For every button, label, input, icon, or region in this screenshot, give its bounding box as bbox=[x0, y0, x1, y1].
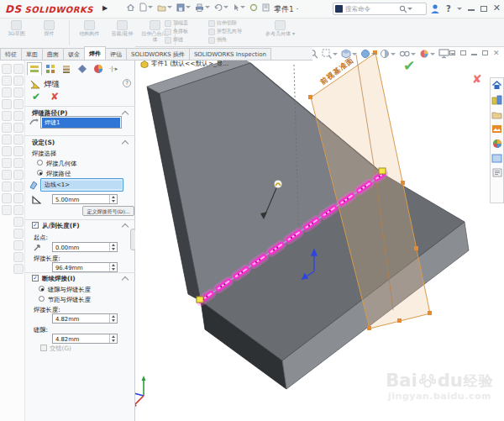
home-tab-icon[interactable] bbox=[491, 80, 502, 90]
left-toolbar-icon[interactable] bbox=[13, 76, 24, 86]
command-tab-2[interactable]: 曲面 bbox=[42, 48, 64, 60]
intermittent-weld-checkbox[interactable]: ✓ bbox=[32, 275, 39, 282]
left-toolbar-icon[interactable] bbox=[2, 146, 12, 156]
ribbon-small-button-1-1[interactable]: 角撑板 bbox=[165, 28, 188, 35]
print-icon[interactable] bbox=[195, 3, 210, 12]
left-toolbar-icon[interactable] bbox=[13, 170, 24, 180]
left-toolbar-icon[interactable] bbox=[13, 229, 24, 239]
command-tab-0[interactable]: 特征 bbox=[0, 48, 22, 60]
edge-selection-box[interactable]: 边线<1> bbox=[40, 178, 123, 192]
view-orientation-cube-icon[interactable] bbox=[341, 49, 357, 59]
panel-tabs-overflow-icon[interactable]: ·|·▸ bbox=[109, 66, 118, 72]
weld-length-value[interactable]: 96.49mm bbox=[53, 263, 109, 271]
display-style-icon[interactable] bbox=[360, 49, 376, 59]
confirm-ok-button[interactable]: ✔ bbox=[403, 57, 415, 74]
ribbon-small-button-2-0[interactable]: 拉伸切除 bbox=[208, 19, 242, 27]
pitch-length-radio-label[interactable]: 节距与焊缝长度 bbox=[48, 296, 91, 304]
command-tab-1[interactable]: 草图 bbox=[21, 48, 43, 60]
bead-size-spinner[interactable]: 5.00mm bbox=[52, 194, 118, 204]
section-view-icon[interactable] bbox=[380, 49, 396, 59]
gap-length-radio-label[interactable]: 缝隙与焊缝长度 bbox=[48, 286, 91, 294]
left-toolbar-icon[interactable] bbox=[13, 217, 24, 227]
ribbon-large-button-1[interactable]: 焊件 bbox=[34, 19, 64, 46]
left-toolbar-icon[interactable] bbox=[13, 240, 24, 250]
define-weld-symbol-button[interactable]: 定义焊接符号(D)... bbox=[82, 206, 134, 216]
design-library-icon[interactable] bbox=[491, 95, 502, 105]
intermittent-length-spinner[interactable]: 4.82mm bbox=[52, 313, 118, 324]
intermittent-length-value[interactable]: 4.82mm bbox=[53, 314, 109, 323]
start-point-spinner[interactable]: 0.00mm bbox=[52, 242, 118, 252]
weld-path-list-item[interactable]: 焊缝1 bbox=[42, 118, 120, 128]
panel-help-icon[interactable]: ? bbox=[123, 79, 131, 87]
weld-path-list[interactable]: 焊缝1 bbox=[40, 116, 122, 129]
gap-length-radio[interactable] bbox=[39, 286, 45, 292]
spin-down-icon[interactable] bbox=[110, 318, 117, 323]
weld-geometry-radio[interactable] bbox=[37, 160, 43, 166]
confirm-cancel-button[interactable]: ✘ bbox=[472, 72, 482, 86]
spin-down-icon[interactable] bbox=[110, 199, 117, 203]
minimize-button[interactable] bbox=[468, 6, 475, 11]
graphics-viewport[interactable]: 前视基准面 bbox=[135, 46, 504, 421]
menu-expand-arrow-icon[interactable]: ▶ bbox=[102, 4, 108, 12]
command-tab-4[interactable]: 焊件 bbox=[84, 46, 106, 60]
tab-dimxpert-manager[interactable] bbox=[75, 62, 90, 76]
maximize-button[interactable] bbox=[480, 6, 487, 12]
select-pointer-icon[interactable] bbox=[233, 3, 245, 12]
collapse-chevron-icon[interactable] bbox=[123, 223, 128, 228]
custom-properties-icon[interactable] bbox=[492, 168, 502, 177]
weld-end-handle[interactable] bbox=[379, 168, 386, 174]
left-toolbar-icon[interactable] bbox=[2, 158, 12, 168]
collapse-chevron-icon[interactable] bbox=[123, 139, 128, 145]
ribbon-small-button-1-0[interactable]: 顶端盖 bbox=[165, 19, 188, 27]
weld-geometry-radio-label[interactable]: 焊接几何体 bbox=[46, 160, 76, 168]
tab-configuration-manager[interactable] bbox=[59, 62, 74, 76]
spin-down-icon[interactable] bbox=[110, 267, 117, 271]
weld-path-radio-label[interactable]: 焊接路径 bbox=[46, 170, 71, 178]
left-toolbar-icon[interactable] bbox=[2, 205, 12, 215]
ribbon-large-button-2[interactable]: 结构构件 bbox=[75, 19, 104, 46]
file-explorer-icon[interactable] bbox=[491, 110, 502, 119]
search-icon[interactable] bbox=[399, 5, 407, 13]
from-to-length-checkbox[interactable]: ✓ bbox=[32, 222, 39, 229]
left-toolbar-icon[interactable] bbox=[13, 146, 24, 156]
doc-minimize-icon[interactable] bbox=[471, 51, 477, 55]
left-toolbar-icon[interactable] bbox=[13, 99, 24, 109]
stagger-checkbox[interactable] bbox=[40, 345, 47, 351]
command-tab-3[interactable]: 钣金 bbox=[63, 48, 85, 60]
bead-size-value[interactable]: 5.00mm bbox=[53, 195, 109, 203]
tab-property-manager[interactable] bbox=[27, 62, 42, 76]
edge-selection-item[interactable]: 边线<1> bbox=[42, 181, 122, 189]
reference-geometry-button[interactable]: 参考几何体 ▾ bbox=[265, 19, 295, 46]
settings-group-header[interactable]: 设定(S) bbox=[32, 139, 55, 147]
ribbon-large-button-3[interactable]: 剪裁/延伸 bbox=[108, 19, 137, 46]
left-toolbar-icon[interactable] bbox=[2, 134, 12, 145]
gap-spinner[interactable]: 4.82mm bbox=[52, 334, 118, 344]
weld-start-handle[interactable] bbox=[197, 297, 203, 303]
start-point-value[interactable]: 0.00mm bbox=[53, 243, 109, 251]
undo-icon[interactable] bbox=[214, 3, 228, 12]
left-toolbar-icon[interactable] bbox=[2, 123, 12, 133]
left-toolbar-icon[interactable] bbox=[2, 193, 12, 203]
ribbon-large-button-0[interactable]: 3D草图 bbox=[2, 19, 31, 46]
view-palette-icon[interactable] bbox=[491, 124, 502, 134]
ribbon-small-button-1-2[interactable]: 焊缝 bbox=[165, 36, 188, 44]
left-toolbar-icon[interactable] bbox=[13, 158, 24, 168]
tab-feature-manager[interactable] bbox=[43, 62, 58, 76]
left-toolbar-icon[interactable] bbox=[13, 134, 24, 145]
command-tab-7[interactable]: SOLIDWORKS Inspection bbox=[189, 48, 271, 60]
collapse-chevron-icon[interactable] bbox=[123, 276, 128, 281]
collapse-chevron-icon[interactable] bbox=[123, 110, 128, 115]
search-input[interactable] bbox=[345, 5, 399, 13]
intermittent-weld-header[interactable]: 断续焊接(I) bbox=[42, 275, 76, 283]
cancel-button[interactable]: ✘ bbox=[50, 91, 59, 103]
appearances-scenes-icon[interactable] bbox=[492, 139, 502, 149]
command-tab-5[interactable]: 评估 bbox=[105, 48, 127, 60]
left-toolbar-icon[interactable] bbox=[13, 252, 24, 262]
left-toolbar-icon[interactable] bbox=[13, 182, 24, 192]
left-toolbar-icon[interactable] bbox=[13, 123, 24, 133]
pitch-length-radio[interactable] bbox=[39, 296, 45, 302]
close-button[interactable]: ✕ bbox=[493, 4, 501, 13]
file-properties-icon[interactable] bbox=[262, 3, 270, 12]
zoom-area-icon[interactable] bbox=[322, 49, 338, 59]
help-dropdown-icon[interactable] bbox=[457, 8, 462, 10]
